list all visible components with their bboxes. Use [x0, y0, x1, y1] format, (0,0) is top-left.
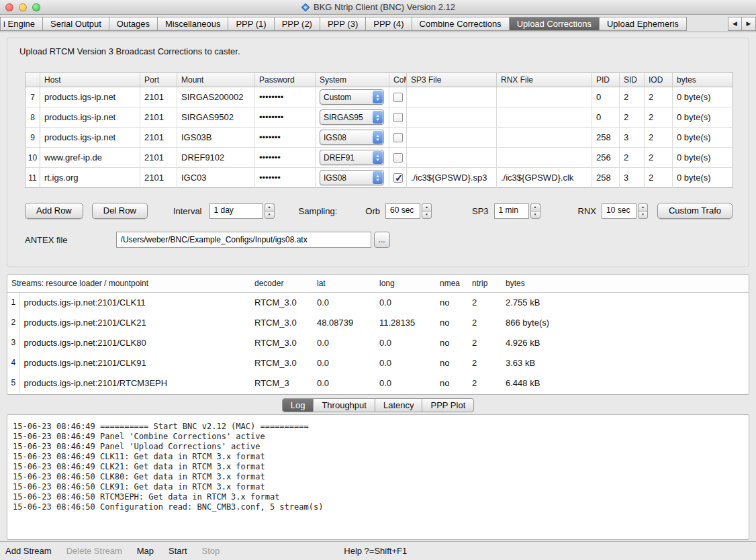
interval-dropdown[interactable]: 1 day ▲▼ [209, 203, 275, 219]
com-checkbox[interactable] [393, 153, 403, 162]
stream-row[interactable]: 5 products.igs-ip.net:2101/RTCM3EPH RTCM… [7, 373, 749, 393]
minimize-window-icon[interactable] [19, 3, 27, 11]
cell-port[interactable]: 2101 [140, 148, 177, 168]
cell-mount[interactable]: SIRGAS200002 [177, 87, 255, 107]
cell-pid[interactable]: 256 [592, 148, 620, 168]
cell-rnx-file[interactable] [497, 107, 592, 128]
system-dropdown[interactable]: IGS08 ▲▼ [320, 130, 384, 145]
orb-stepper-icon[interactable]: ▲▼ [422, 203, 432, 219]
cell-pid[interactable]: 258 [592, 168, 620, 188]
system-dropdown[interactable]: SIRGAS95 ▲▼ [320, 109, 384, 125]
cell-pid[interactable]: 258 [592, 128, 620, 148]
rnx-stepper-icon[interactable]: ▲▼ [638, 203, 648, 219]
tab-upload-corrections[interactable]: Upload Corrections [510, 17, 600, 31]
start-action[interactable]: Start [169, 546, 187, 556]
tab-serial-output[interactable]: Serial Output [43, 17, 109, 31]
cell-sid[interactable]: 2 [620, 107, 645, 128]
plot-tabbar: Log Throughput Latency PPP Plot [0, 398, 756, 412]
cell-iod[interactable]: 2 [645, 168, 673, 188]
tab-ppp-4[interactable]: PPP (4) [366, 17, 412, 31]
com-checkbox[interactable] [393, 173, 403, 183]
com-checkbox[interactable] [393, 93, 403, 102]
cell-sid[interactable]: 2 [620, 87, 645, 107]
tab-combine-corrections[interactable]: Combine Corrections [412, 17, 510, 31]
stream-row[interactable]: 3 products.igs-ip.net:2101/CLK80 RTCM_3.… [7, 332, 749, 353]
cell-sp3-file[interactable] [407, 107, 497, 128]
stream-row[interactable]: 1 products.igs-ip.net:2101/CLK11 RTCM_3.… [7, 292, 749, 312]
tab-miscellaneous[interactable]: Miscellaneous [158, 17, 228, 31]
del-row-button[interactable]: Del Row [92, 203, 148, 219]
tab-ppp-1[interactable]: PPP (1) [228, 17, 274, 31]
window-titlebar[interactable]: BKG Ntrip Client (BNC) Version 2.12 [0, 0, 756, 15]
add-row-button[interactable]: Add Row [25, 203, 83, 219]
com-checkbox[interactable] [393, 113, 403, 122]
tab-outages[interactable]: Outages [109, 17, 158, 31]
orb-spinner[interactable]: 60 sec ▲▼ [385, 203, 432, 219]
tab-ppp-2[interactable]: PPP (2) [275, 17, 320, 31]
cell-host[interactable]: www.gref-ip.de [40, 148, 140, 168]
stream-row[interactable]: 4 products.igs-ip.net:2101/CLK91 RTCM_3.… [7, 353, 749, 373]
log-output[interactable]: 15-06-23 08:46:49 ========== Start BNC v… [7, 414, 749, 540]
system-dropdown[interactable]: IGS08 ▲▼ [320, 170, 384, 185]
tab-log[interactable]: Log [282, 398, 314, 412]
interval-stepper-icon[interactable]: ▲▼ [265, 203, 275, 219]
cell-sp3-file[interactable] [407, 128, 497, 148]
cell-host[interactable]: products.igs-ip.net [40, 87, 140, 107]
cell-iod[interactable]: 2 [645, 128, 673, 148]
stream-row[interactable]: 2 products.igs-ip.net:2101/CLK21 RTCM_3.… [7, 312, 749, 332]
tab-throughput[interactable]: Throughput [314, 398, 375, 412]
cell-sid[interactable]: 2 [620, 148, 645, 168]
sp3-spinner[interactable]: 1 min ▲▼ [494, 203, 540, 219]
tab-scroll-right-icon[interactable]: ▶ [742, 17, 756, 31]
cell-port[interactable]: 2101 [140, 168, 177, 188]
tab-ppp-plot[interactable]: PPP Plot [422, 398, 474, 412]
cell-pid[interactable]: 0 [592, 87, 620, 107]
system-dropdown[interactable]: DREF91 ▲▼ [320, 150, 384, 165]
cell-host[interactable]: products.igs-ip.net [40, 107, 140, 128]
cell-sp3-file[interactable]: ./ic3${GPSWD}.sp3 [407, 168, 497, 188]
cell-rnx-file[interactable]: ./ic3${GPSWD}.clk [497, 168, 592, 188]
cell-host[interactable]: rt.igs.org [40, 168, 140, 188]
cell-sid[interactable]: 3 [620, 168, 645, 188]
cell-password[interactable]: ••••••• [255, 148, 316, 168]
cell-rnx-file[interactable] [497, 148, 592, 168]
antex-file-input[interactable] [116, 232, 371, 248]
tab-scroll-left-icon[interactable]: ◀ [728, 17, 742, 31]
map-action[interactable]: Map [137, 546, 154, 556]
tab-upload-ephemeris[interactable]: Upload Ephemeris [600, 17, 687, 31]
cell-password[interactable]: •••••••• [255, 87, 316, 107]
cell-host[interactable]: products.igs-ip.net [40, 128, 140, 148]
cell-sp3-file[interactable] [407, 148, 497, 168]
cell-rnx-file[interactable] [497, 128, 592, 148]
cell-password[interactable]: ••••••• [255, 168, 316, 188]
cell-port[interactable]: 2101 [140, 107, 177, 128]
tab-latency[interactable]: Latency [375, 398, 423, 412]
rnx-value: 10 sec [602, 203, 636, 219]
cell-sp3-file[interactable] [407, 87, 497, 107]
cell-port[interactable]: 2101 [140, 87, 177, 107]
cell-mount[interactable]: IGS03B [177, 128, 255, 148]
cell-password[interactable]: •••••••• [255, 107, 316, 128]
tab-feed-engine[interactable]: i Engine [0, 17, 43, 31]
cell-rnx-file[interactable] [497, 87, 592, 107]
rnx-spinner[interactable]: 10 sec ▲▼ [602, 203, 648, 219]
cell-mount[interactable]: IGC03 [177, 168, 255, 188]
close-window-icon[interactable] [5, 3, 13, 11]
cell-port[interactable]: 2101 [140, 128, 177, 148]
system-dropdown[interactable]: Custom ▲▼ [320, 89, 384, 105]
tab-ppp-3[interactable]: PPP (3) [320, 17, 366, 31]
zoom-window-icon[interactable] [32, 3, 40, 11]
cell-password[interactable]: ••••••• [255, 128, 316, 148]
sp3-stepper-icon[interactable]: ▲▼ [530, 203, 540, 219]
com-checkbox[interactable] [393, 133, 403, 142]
cell-mount[interactable]: SIRGAS9502 [177, 107, 255, 128]
cell-iod[interactable]: 2 [645, 148, 673, 168]
cell-sid[interactable]: 3 [620, 128, 645, 148]
antex-browse-button[interactable]: ... [374, 232, 390, 248]
custom-trafo-button[interactable]: Custom Trafo [657, 203, 733, 219]
cell-iod[interactable]: 2 [645, 87, 673, 107]
cell-iod[interactable]: 2 [645, 107, 673, 128]
add-stream-action[interactable]: Add Stream [5, 546, 52, 556]
cell-mount[interactable]: DREF9102 [177, 148, 255, 168]
cell-pid[interactable]: 0 [592, 107, 620, 128]
